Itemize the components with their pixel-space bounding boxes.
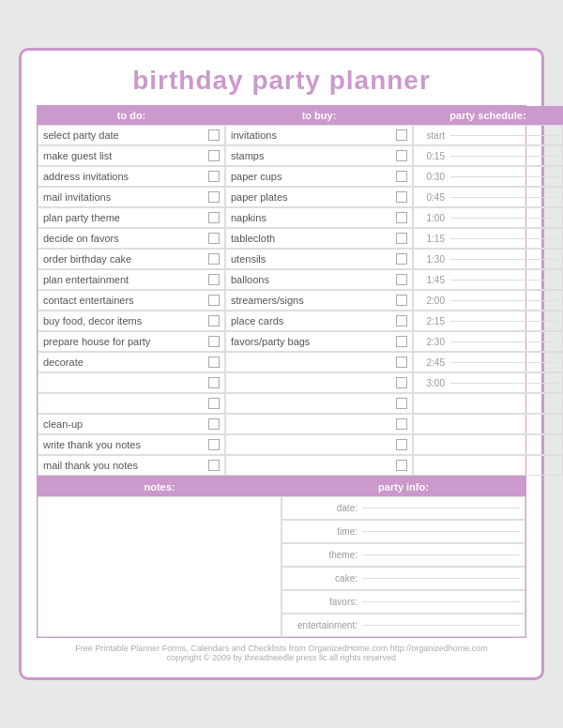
schedule-row — [413, 414, 563, 434]
buy-row: invitations — [225, 125, 413, 145]
buy-checkbox[interactable] — [396, 356, 407, 368]
todo-checkbox[interactable] — [208, 398, 220, 409]
notes-area[interactable] — [38, 496, 282, 637]
buy-checkbox[interactable] — [396, 274, 407, 285]
party-info-favors: favors: — [282, 590, 525, 614]
party-info-date: date: — [282, 496, 525, 520]
buy-row — [225, 455, 413, 476]
todo-checkbox[interactable] — [208, 336, 220, 347]
todo-row: mail invitations — [38, 187, 225, 207]
todo-checkbox[interactable] — [208, 315, 220, 326]
todo-row: prepare house for party — [38, 331, 225, 352]
buy-row: paper plates — [225, 187, 413, 207]
buy-row — [225, 352, 413, 372]
buy-row: streamers/signs — [225, 290, 413, 311]
buy-row — [225, 393, 413, 414]
todo-checkbox[interactable] — [208, 418, 220, 430]
todo-row: mail thank you notes — [38, 455, 225, 476]
todo-header: to do: — [38, 106, 225, 125]
todo-row: buy food, decor items — [38, 311, 225, 331]
footer: Free Printable Planner Forms, Calendars … — [37, 644, 526, 662]
buy-checkbox[interactable] — [396, 150, 407, 161]
party-info-entertainment: entertainment: — [282, 614, 525, 637]
schedule-row: 1:15 — [413, 228, 563, 249]
schedule-row: start — [413, 125, 563, 145]
buy-row: place cards — [225, 311, 413, 331]
party-info-theme: theme: — [282, 543, 525, 567]
todo-row — [38, 393, 225, 414]
buy-row: favors/party bags — [225, 331, 413, 352]
bottom-section: notes: party info: date: time: theme: ca… — [37, 477, 526, 638]
todo-row: order birthday cake — [38, 249, 225, 269]
todo-checkbox[interactable] — [208, 274, 220, 285]
buy-checkbox[interactable] — [396, 191, 407, 203]
todo-row: write thank you notes — [38, 434, 225, 455]
todo-checkbox[interactable] — [208, 253, 220, 265]
buy-checkbox[interactable] — [396, 439, 407, 450]
schedule-row: 0:45 — [413, 187, 563, 207]
schedule-row: 1:30 — [413, 249, 563, 269]
todo-row: plan party theme — [38, 207, 225, 228]
notes-header: notes: — [38, 478, 282, 496]
buy-row: stamps — [225, 145, 413, 166]
todo-row: clean-up — [38, 414, 225, 434]
party-info-cake: cake: — [282, 567, 525, 590]
buy-row: tablecloth — [225, 228, 413, 249]
todo-checkbox[interactable] — [208, 129, 220, 141]
todo-checkbox[interactable] — [208, 233, 220, 244]
todo-checkbox[interactable] — [208, 295, 220, 306]
buy-row — [225, 414, 413, 434]
page-title: birthday party planner — [37, 66, 526, 96]
buy-checkbox[interactable] — [396, 295, 407, 306]
footer-line1: Free Printable Planner Forms, Calendars … — [37, 644, 526, 653]
buy-row: paper cups — [225, 166, 413, 187]
todo-checkbox[interactable] — [208, 377, 220, 388]
schedule-row: 0:30 — [413, 166, 563, 187]
buy-checkbox[interactable] — [396, 253, 407, 265]
todo-checkbox[interactable] — [208, 460, 220, 471]
todo-checkbox[interactable] — [208, 212, 220, 223]
buy-checkbox[interactable] — [396, 233, 407, 244]
buy-checkbox[interactable] — [396, 315, 407, 326]
schedule-row — [413, 434, 563, 455]
todo-row: plan entertainment — [38, 269, 225, 290]
page-container: birthday party planner to do: to buy: pa… — [19, 48, 544, 680]
schedule-row: 3:00 — [413, 372, 563, 393]
schedule-row: 2:15 — [413, 311, 563, 331]
buy-checkbox[interactable] — [396, 129, 407, 141]
footer-line2: copyright © 2009 by threadneedle press l… — [37, 653, 526, 662]
todo-row: contact entertainers — [38, 290, 225, 311]
todo-row: decorate — [38, 352, 225, 372]
schedule-row — [413, 455, 563, 476]
schedule-row: 2:00 — [413, 290, 563, 311]
buy-row: balloons — [225, 269, 413, 290]
schedule-header: party schedule: — [413, 106, 563, 125]
todo-row: select party date — [38, 125, 225, 145]
buy-checkbox[interactable] — [396, 336, 407, 347]
todo-row: make guest list — [38, 145, 225, 166]
todo-checkbox[interactable] — [208, 439, 220, 450]
buy-checkbox[interactable] — [396, 212, 407, 223]
buy-row — [225, 372, 413, 393]
buy-checkbox[interactable] — [396, 418, 407, 430]
todo-row: decide on favors — [38, 228, 225, 249]
buy-checkbox[interactable] — [396, 398, 407, 409]
schedule-row: 1:00 — [413, 207, 563, 228]
buy-checkbox[interactable] — [396, 377, 407, 388]
schedule-row: 0:15 — [413, 145, 563, 166]
buy-row — [225, 434, 413, 455]
schedule-row — [413, 393, 563, 414]
todo-checkbox[interactable] — [208, 356, 220, 368]
buy-row: utensils — [225, 249, 413, 269]
schedule-row: 2:30 — [413, 331, 563, 352]
todo-checkbox[interactable] — [208, 191, 220, 203]
buy-checkbox[interactable] — [396, 171, 407, 182]
schedule-row: 1:45 — [413, 269, 563, 290]
todo-checkbox[interactable] — [208, 171, 220, 182]
buy-row: napkins — [225, 207, 413, 228]
todo-checkbox[interactable] — [208, 150, 220, 161]
party-info-header: party info: — [282, 478, 525, 496]
buy-header: to buy: — [225, 106, 413, 125]
schedule-row: 2:45 — [413, 352, 563, 372]
buy-checkbox[interactable] — [396, 460, 407, 471]
